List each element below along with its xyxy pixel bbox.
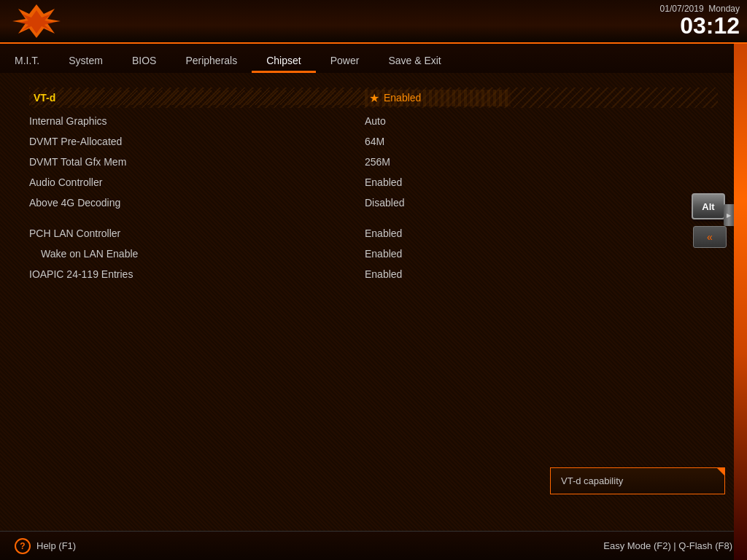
tab-save-exit[interactable]: Save & Exit <box>374 50 455 73</box>
audio-value: Enabled <box>365 176 718 188</box>
vtd-label: VT-d <box>29 90 365 105</box>
vtd-value: ★ Enabled <box>365 90 511 106</box>
above4g-label: Above 4G Decoding <box>29 197 365 209</box>
aorus-logo: AORUS <box>11 3 62 39</box>
dvmt-pre-label: DVMT Pre-Allocated <box>29 136 365 147</box>
tab-mit[interactable]: M.I.T. <box>0 50 54 73</box>
tab-system[interactable]: System <box>54 50 117 73</box>
above4g-value: Disabled <box>365 197 718 209</box>
tab-peripherals[interactable]: Peripherals <box>171 50 252 73</box>
setting-row-vtd[interactable]: VT-d ★ Enabled <box>29 88 718 108</box>
info-box: VT-d capability <box>550 467 725 494</box>
wake-lan-label: Wake on LAN Enable <box>29 248 365 260</box>
pch-lan-value: Enabled <box>365 228 718 239</box>
footer: ? Help (F1) Easy Mode (F2) | Q-Flash (F8… <box>0 531 747 560</box>
spacer-1 <box>29 213 718 223</box>
tab-bios[interactable]: BIOS <box>117 50 171 73</box>
setting-row-dvmt-total[interactable]: DVMT Total Gfx Mem 256M <box>29 152 718 172</box>
internal-graphics-value: Auto <box>365 115 718 127</box>
scroll-tab[interactable] <box>724 204 734 226</box>
footer-help[interactable]: ? Help (F1) <box>15 538 76 554</box>
setting-row-dvmt-pre[interactable]: DVMT Pre-Allocated 64M <box>29 131 718 152</box>
header: AORUS 01/07/2019 Monday 03:12 <box>0 0 747 44</box>
alt-button[interactable]: Alt <box>692 193 725 219</box>
audio-label: Audio Controller <box>29 176 365 188</box>
setting-row-wake-lan[interactable]: Wake on LAN Enable Enabled <box>29 244 718 264</box>
setting-row-pch-lan[interactable]: PCH LAN Controller Enabled <box>29 223 718 244</box>
setting-row-above4g[interactable]: Above 4G Decoding Disabled <box>29 192 718 213</box>
ioapic-value: Enabled <box>365 268 718 280</box>
main-content: VT-d ★ Enabled Internal Graphics Auto DV… <box>0 73 747 531</box>
dvmt-total-label: DVMT Total Gfx Mem <box>29 156 365 168</box>
datetime-area: 01/07/2019 Monday 03:12 <box>660 4 740 37</box>
right-scrollbar <box>734 44 747 560</box>
help-icon: ? <box>15 538 31 554</box>
ioapic-label: IOAPIC 24-119 Entries <box>29 268 365 280</box>
dbl-arrow-button[interactable]: « <box>693 226 727 248</box>
help-label: Help (F1) <box>36 540 76 551</box>
pch-lan-label: PCH LAN Controller <box>29 228 365 239</box>
setting-row-ioapic[interactable]: IOAPIC 24-119 Entries Enabled <box>29 264 718 284</box>
star-icon: ★ <box>369 91 379 105</box>
tab-power[interactable]: Power <box>316 50 374 73</box>
nav-bar: M.I.T. System BIOS Peripherals Chipset P… <box>0 44 747 73</box>
setting-row-internal-graphics[interactable]: Internal Graphics Auto <box>29 111 718 131</box>
vtd-value-text: Enabled <box>384 92 421 104</box>
dvmt-pre-value: 64M <box>365 136 718 147</box>
internal-graphics-label: Internal Graphics <box>29 115 365 127</box>
setting-row-audio[interactable]: Audio Controller Enabled <box>29 172 718 192</box>
tab-chipset[interactable]: Chipset <box>252 50 315 73</box>
time-display: 03:12 <box>680 12 740 39</box>
footer-right: Easy Mode (F2) | Q-Flash (F8) <box>603 540 732 551</box>
logo-area: AORUS <box>0 0 73 43</box>
dvmt-total-value: 256M <box>365 156 718 168</box>
wake-lan-value: Enabled <box>365 248 718 260</box>
